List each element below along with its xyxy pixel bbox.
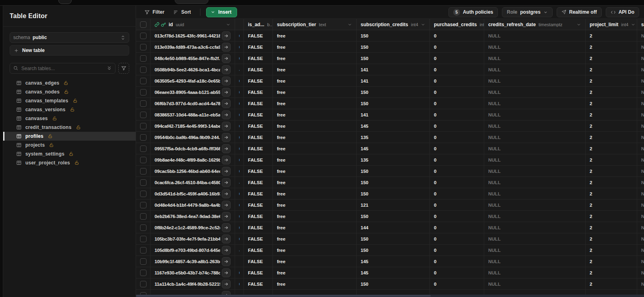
cell-purchased-credits[interactable]: 0 xyxy=(430,53,484,64)
row-checkbox[interactable] xyxy=(140,191,147,197)
cell-credits-refresh-date[interactable]: NULL xyxy=(484,98,586,109)
cell-subscription-credits[interactable]: 150 xyxy=(357,278,430,289)
cell-is-admin[interactable]: FALSE xyxy=(244,98,273,109)
cell-su[interactable]: NULL xyxy=(637,166,644,177)
sidebar-table-item[interactable]: canvas_versions xyxy=(3,105,136,114)
cell-su[interactable]: NULL xyxy=(637,75,644,86)
role-select-button[interactable]: Role postgres xyxy=(502,7,553,17)
cell-su[interactable]: NULL xyxy=(637,199,644,210)
api-docs-button[interactable]: API Do xyxy=(606,7,639,17)
cell-subscription-tier[interactable]: free xyxy=(273,64,357,75)
cell-project-limit[interactable]: 2 xyxy=(586,177,637,188)
cell-is-admin[interactable]: FALSE xyxy=(244,87,273,98)
cell-su[interactable]: NULL xyxy=(637,30,644,41)
cell-id[interactable]: 063505e5-4293-4faf-a18c-0e65b... xyxy=(151,75,235,86)
cell-clipped[interactable]: -0 xyxy=(235,177,244,188)
cell-purchased-credits[interactable]: 0 xyxy=(430,166,484,177)
cell-project-limit[interactable]: 2 xyxy=(586,166,637,177)
cell-credits-refresh-date[interactable]: NULL xyxy=(484,177,586,188)
cell-id[interactable]: 11a114cb-1a4c-49f4-9b28-52219ec... xyxy=(151,278,235,289)
cell-subscription-credits[interactable]: 141 xyxy=(357,75,430,86)
cell-subscription-credits[interactable]: 145 xyxy=(357,267,430,278)
row-checkbox[interactable] xyxy=(140,123,147,129)
row-checkbox-cell[interactable] xyxy=(136,256,151,267)
column-menu-chevron[interactable] xyxy=(574,22,581,27)
row-checkbox[interactable] xyxy=(140,145,147,152)
cell-clipped[interactable]: 00 xyxy=(235,53,244,64)
cell-credits-refresh-date[interactable]: NULL xyxy=(484,222,586,233)
cell-credits-refresh-date[interactable]: NULL xyxy=(484,211,586,222)
row-checkbox-cell[interactable] xyxy=(136,177,151,188)
row-checkbox[interactable] xyxy=(140,258,147,265)
cell-clipped[interactable]: 00 xyxy=(235,42,244,52)
cell-project-limit[interactable]: 2 xyxy=(586,132,637,143)
cell-credits-refresh-date[interactable]: NULL xyxy=(484,245,586,255)
cell-clipped[interactable]: 00 xyxy=(235,120,244,131)
cell-project-limit[interactable]: 2 xyxy=(586,245,637,255)
cell-credits-refresh-date[interactable]: NULL xyxy=(484,42,586,52)
expand-row-button[interactable] xyxy=(222,144,231,153)
cell-is-admin[interactable]: FALSE xyxy=(244,211,273,222)
column-header-project-limit[interactable]: project_limit int4 xyxy=(586,19,637,30)
cell-subscription-credits[interactable]: 150 xyxy=(357,211,430,222)
cell-is-admin[interactable]: FALSE xyxy=(244,222,273,233)
cell-credits-refresh-date[interactable]: NULL xyxy=(484,75,586,86)
cell-subscription-tier[interactable]: free xyxy=(273,199,357,210)
cell-project-limit[interactable]: 2 xyxy=(586,199,637,210)
row-checkbox-cell[interactable] xyxy=(136,245,151,255)
cell-credits-refresh-date[interactable]: NULL xyxy=(484,132,586,143)
cell-project-limit[interactable]: 2 xyxy=(586,30,637,41)
cell-clipped[interactable]: -0 xyxy=(235,245,244,255)
row-checkbox[interactable] xyxy=(140,213,147,220)
cell-clipped[interactable]: 00 xyxy=(235,143,244,154)
cell-is-admin[interactable]: FALSE xyxy=(244,278,273,289)
cell-credits-refresh-date[interactable]: NULL xyxy=(484,53,586,64)
cell-project-limit[interactable]: 2 xyxy=(586,53,637,64)
cell-clipped[interactable]: 00 xyxy=(235,75,244,86)
cell-credits-refresh-date[interactable]: NULL xyxy=(484,188,586,199)
insert-button[interactable]: Insert xyxy=(206,7,237,17)
expand-row-button[interactable] xyxy=(222,223,231,232)
cell-purchased-credits[interactable]: 0 xyxy=(430,98,484,109)
row-checkbox-cell[interactable] xyxy=(136,233,151,244)
cell-clipped[interactable]: 00 xyxy=(235,211,244,222)
cell-credits-refresh-date[interactable]: NULL xyxy=(484,199,586,210)
cell-id[interactable]: 048c4e50-b989-455e-847e-fb2f... xyxy=(151,53,235,64)
cell-clipped[interactable]: 00 xyxy=(235,278,244,289)
row-checkbox-cell[interactable] xyxy=(136,87,151,98)
cell-purchased-credits[interactable]: 0 xyxy=(430,30,484,41)
auth-policies-button[interactable]: 5 Auth policies xyxy=(448,7,498,17)
row-checkbox[interactable] xyxy=(140,168,147,174)
expand-row-button[interactable] xyxy=(222,235,231,243)
row-checkbox[interactable] xyxy=(140,112,147,118)
sidebar-table-item[interactable]: projects xyxy=(3,141,136,150)
cell-project-limit[interactable]: 2 xyxy=(586,188,637,199)
row-checkbox-cell[interactable] xyxy=(136,188,151,199)
cell-credits-refresh-date[interactable]: NULL xyxy=(484,87,586,98)
row-checkbox-cell[interactable] xyxy=(136,222,151,233)
row-checkbox[interactable] xyxy=(140,247,147,253)
expand-row-button[interactable] xyxy=(222,189,231,198)
cell-is-admin[interactable]: FALSE xyxy=(244,245,273,255)
expand-row-button[interactable] xyxy=(222,268,231,277)
cell-id[interactable]: 09cac5bb-1256-46bd-ab60-64ed... xyxy=(151,166,235,177)
cell-id[interactable]: 0f8b24e2-c1c2-4589-99ce-2c52d... xyxy=(151,222,235,233)
cell-subscription-credits[interactable]: 135 xyxy=(357,154,430,165)
cell-is-admin[interactable]: FALSE xyxy=(244,188,273,199)
cell-subscription-credits[interactable]: 150 xyxy=(357,177,430,188)
cell-purchased-credits[interactable]: 0 xyxy=(430,64,484,75)
cell-subscription-credits[interactable]: 135 xyxy=(357,132,430,143)
row-checkbox[interactable] xyxy=(140,100,147,107)
expand-row-button[interactable] xyxy=(222,156,231,164)
cell-id[interactable]: 0d48e4d4-b1bf-4479-9a8b-4a4b... xyxy=(151,199,235,210)
cell-project-limit[interactable]: 2 xyxy=(586,233,637,244)
cell-subscription-tier[interactable]: free xyxy=(273,233,357,244)
cell-su[interactable]: NULL xyxy=(637,120,644,131)
cell-subscription-credits[interactable]: 150 xyxy=(357,245,430,255)
cell-project-limit[interactable]: 2 xyxy=(586,42,637,52)
cell-su[interactable]: NULL xyxy=(637,222,644,233)
cell-is-admin[interactable]: FALSE xyxy=(244,42,273,52)
cell-is-admin[interactable]: FALSE xyxy=(244,154,273,165)
cell-is-admin[interactable]: FALSE xyxy=(244,256,273,267)
cell-subscription-credits[interactable]: 144 xyxy=(357,222,430,233)
